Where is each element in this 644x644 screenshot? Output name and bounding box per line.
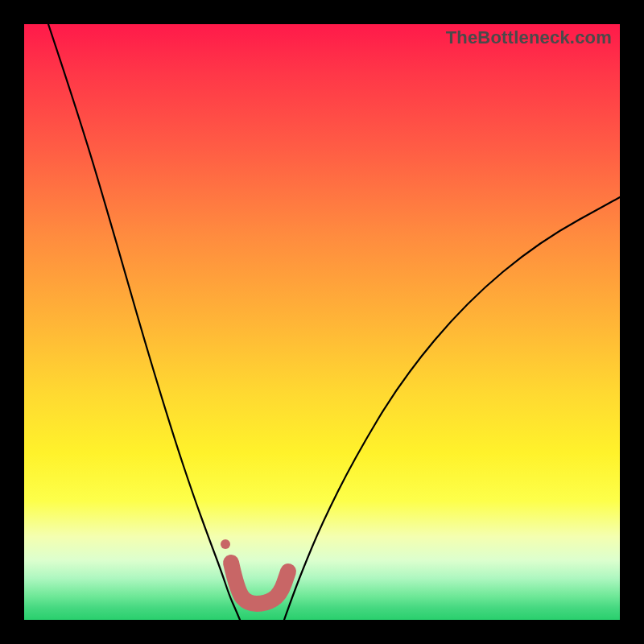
watermark-text: TheBottleneck.com xyxy=(446,27,612,48)
highlight-well xyxy=(231,563,288,604)
plot-area: TheBottleneck.com xyxy=(24,24,620,620)
curve-left xyxy=(48,24,240,620)
highlight-dot xyxy=(221,539,230,549)
chart-svg xyxy=(24,24,620,620)
curve-right xyxy=(284,197,620,620)
